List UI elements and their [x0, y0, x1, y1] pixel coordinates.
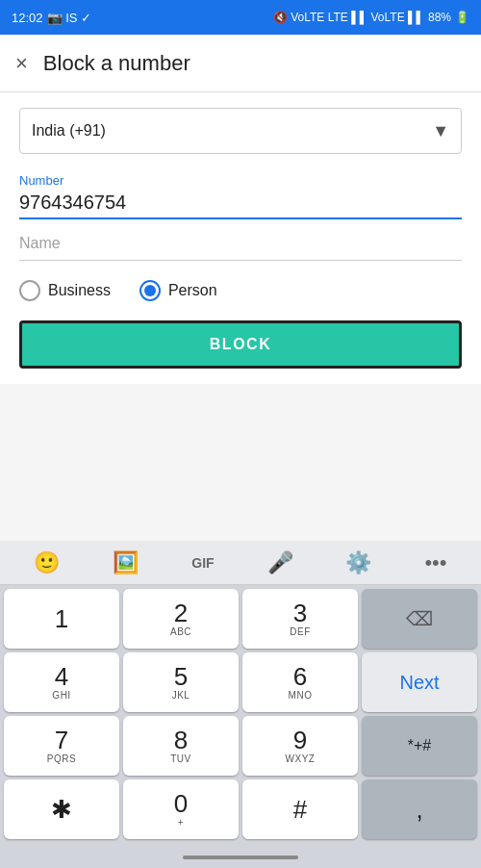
key-2[interactable]: 2 ABC: [123, 589, 239, 649]
radio-person[interactable]: Person: [139, 280, 217, 301]
key-8[interactable]: 8 TUV: [123, 716, 239, 776]
form-content: India (+91) ▼ Number Business Person BLO…: [0, 92, 481, 384]
backspace-icon: ⌫: [406, 607, 433, 630]
home-bar: [0, 847, 481, 868]
key-star-plus-hash[interactable]: *+#: [362, 716, 477, 776]
key-row-3: 7 PQRS 8 TUV 9 WXYZ *+#: [4, 716, 477, 776]
key-3[interactable]: 3 DEF: [242, 589, 358, 649]
radio-business-label: Business: [48, 282, 111, 299]
radio-person-inner: [144, 285, 156, 296]
settings-icon[interactable]: ⚙️: [336, 545, 381, 581]
name-input[interactable]: [19, 235, 462, 261]
number-field-label: Number: [19, 173, 462, 188]
next-label: Next: [399, 672, 439, 694]
battery: 88%: [428, 11, 451, 24]
key-5[interactable]: 5 JKL: [123, 652, 239, 712]
status-left: 12:02 📷 IS ✓: [12, 11, 91, 25]
name-field-group: [19, 235, 462, 261]
key-star[interactable]: ✱: [4, 779, 119, 839]
block-button[interactable]: BLOCK: [19, 320, 462, 369]
gif-icon[interactable]: GIF: [182, 549, 223, 576]
number-input[interactable]: [19, 191, 462, 219]
radio-person-label: Person: [168, 282, 217, 299]
more-icon[interactable]: •••: [415, 545, 456, 581]
dropdown-arrow-icon: ▼: [432, 121, 449, 141]
key-rows: 1 2 ABC 3 DEF ⌫ 4 GHI 5 JKL: [0, 585, 481, 847]
notification-icons: 📷 IS ✓: [47, 11, 92, 25]
key-1[interactable]: 1: [4, 589, 119, 649]
page-title: Block a number: [43, 51, 190, 76]
key-hash[interactable]: #: [242, 779, 358, 839]
close-button[interactable]: ×: [15, 51, 28, 76]
key-backspace[interactable]: ⌫: [362, 589, 477, 649]
number-field-group: Number: [19, 173, 462, 219]
country-dropdown[interactable]: India (+91) ▼: [19, 108, 462, 154]
radio-person-circle: [139, 280, 161, 301]
app-toolbar: × Block a number: [0, 35, 481, 92]
block-button-label: BLOCK: [210, 336, 271, 353]
keyboard: 🙂 🖼️ GIF 🎤 ⚙️ ••• 1 2 ABC 3 DEF ⌫: [0, 541, 481, 868]
radio-group: Business Person: [19, 280, 462, 301]
key-9[interactable]: 9 WXYZ: [242, 716, 358, 776]
emoji-icon[interactable]: 🙂: [24, 545, 69, 581]
mic-icon[interactable]: 🎤: [258, 545, 303, 581]
key-row-2: 4 GHI 5 JKL 6 MNO Next: [4, 652, 477, 712]
time: 12:02: [12, 11, 43, 25]
sticker-icon[interactable]: 🖼️: [103, 545, 148, 581]
radio-business[interactable]: Business: [19, 280, 111, 301]
status-bar: 12:02 📷 IS ✓ 🔇 VoLTE LTE ▌▌ VoLTE ▌▌ 88%…: [0, 0, 481, 35]
key-7[interactable]: 7 PQRS: [4, 716, 119, 776]
battery-icon: 🔋: [455, 11, 469, 24]
key-row-1: 1 2 ABC 3 DEF ⌫: [4, 589, 477, 649]
keyboard-toolbar: 🙂 🖼️ GIF 🎤 ⚙️ •••: [0, 541, 481, 585]
key-comma[interactable]: ,: [362, 779, 477, 839]
signal-icons: 🔇 VoLTE LTE ▌▌ VoLTE ▌▌: [273, 11, 424, 24]
key-next[interactable]: Next: [362, 652, 477, 712]
key-4[interactable]: 4 GHI: [4, 652, 119, 712]
country-label: India (+91): [32, 122, 106, 140]
key-6[interactable]: 6 MNO: [242, 652, 358, 712]
section-gap: [0, 384, 481, 392]
key-row-4: ✱ 0 + # ,: [4, 779, 477, 839]
key-0[interactable]: 0 +: [123, 779, 239, 839]
status-right: 🔇 VoLTE LTE ▌▌ VoLTE ▌▌ 88% 🔋: [273, 11, 469, 24]
home-indicator: [183, 855, 298, 859]
radio-business-circle: [19, 280, 40, 301]
